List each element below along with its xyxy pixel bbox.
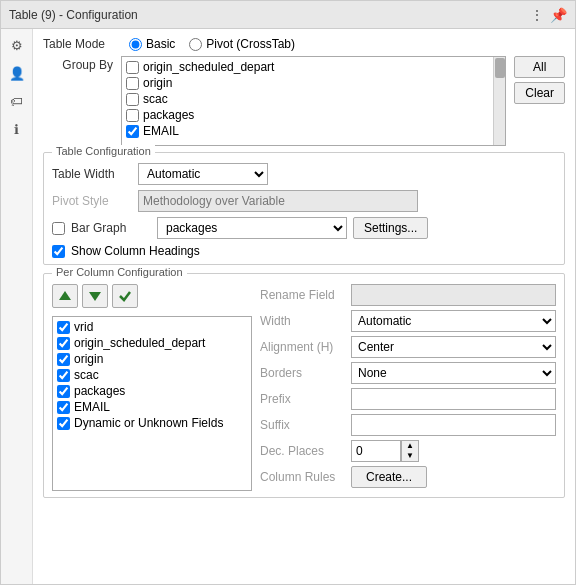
- group-by-check-2[interactable]: [126, 93, 139, 106]
- bargraph-checkbox[interactable]: [52, 222, 65, 235]
- width-select[interactable]: Automatic: [351, 310, 556, 332]
- borders-select[interactable]: None: [351, 362, 556, 384]
- group-by-item-3: packages: [124, 107, 503, 123]
- col-up-button[interactable]: [52, 284, 78, 308]
- pivot-radio[interactable]: [189, 38, 202, 51]
- col-field-check-4[interactable]: [57, 385, 70, 398]
- svg-marker-1: [89, 292, 101, 301]
- col-field-item-0: vrid: [55, 319, 249, 335]
- group-by-list-container[interactable]: origin_scheduled_depart origin scac: [121, 56, 506, 146]
- table-mode-radio-group: Basic Pivot (CrossTab): [129, 37, 295, 51]
- show-headings-label: Show Column Headings: [71, 244, 200, 258]
- col-field-item-6: Dynamic or Unknown Fields: [55, 415, 249, 431]
- borders-label: Borders: [260, 366, 345, 380]
- per-col-title: Per Column Configuration: [52, 266, 187, 278]
- user-sidebar-icon[interactable]: 👤: [7, 63, 27, 83]
- suffix-label: Suffix: [260, 418, 345, 432]
- prefix-input[interactable]: [351, 388, 556, 410]
- group-by-list: origin_scheduled_depart origin scac: [122, 57, 505, 141]
- col-list-area: vrid origin_scheduled_depart origin: [52, 284, 252, 491]
- titlebar-icons: ⋮ 📌: [530, 7, 567, 23]
- group-by-item-4: EMAIL: [124, 123, 503, 139]
- col-down-button[interactable]: [82, 284, 108, 308]
- alignment-select[interactable]: Center: [351, 336, 556, 358]
- group-by-label: Group By: [43, 56, 113, 72]
- table-width-select[interactable]: Automatic: [138, 163, 268, 185]
- bargraph-label: Bar Graph: [71, 221, 151, 235]
- svg-marker-0: [59, 291, 71, 300]
- col-field-check-1[interactable]: [57, 337, 70, 350]
- alignment-row: Alignment (H) Center: [260, 336, 556, 358]
- prefix-label: Prefix: [260, 392, 345, 406]
- tag-sidebar-icon[interactable]: 🏷: [7, 91, 27, 111]
- col-field-check-3[interactable]: [57, 369, 70, 382]
- prefix-row: Prefix: [260, 388, 556, 410]
- create-button[interactable]: Create...: [351, 466, 427, 488]
- menu-icon[interactable]: ⋮: [530, 7, 544, 23]
- col-field-check-2[interactable]: [57, 353, 70, 366]
- bargraph-row: Bar Graph packages Settings...: [52, 217, 556, 239]
- borders-row: Borders None: [260, 362, 556, 384]
- suffix-input[interactable]: [351, 414, 556, 436]
- settings-button[interactable]: Settings...: [353, 217, 428, 239]
- group-by-check-3[interactable]: [126, 109, 139, 122]
- left-sidebar: ⚙ 👤 🏷 ℹ: [1, 29, 33, 584]
- basic-radio[interactable]: [129, 38, 142, 51]
- clear-button[interactable]: Clear: [514, 82, 565, 104]
- table-mode-label: Table Mode: [43, 37, 123, 51]
- dec-places-spinner: ▲ ▼: [351, 440, 419, 462]
- col-arrow-buttons: [52, 284, 252, 308]
- basic-radio-label[interactable]: Basic: [129, 37, 175, 51]
- group-by-scrollbar-thumb: [495, 58, 505, 78]
- per-col-content: vrid origin_scheduled_depart origin: [52, 284, 556, 491]
- table-width-label: Table Width: [52, 167, 132, 181]
- rename-field-input[interactable]: [351, 284, 556, 306]
- col-field-check-6[interactable]: [57, 417, 70, 430]
- group-by-section: Group By origin_scheduled_depart origin: [43, 56, 565, 146]
- pivot-style-row: Pivot Style: [52, 190, 556, 212]
- gear-sidebar-icon[interactable]: ⚙: [7, 35, 27, 55]
- pin-icon[interactable]: 📌: [550, 7, 567, 23]
- pivot-style-input: [138, 190, 418, 212]
- col-field-item-1: origin_scheduled_depart: [55, 335, 249, 351]
- width-row: Width Automatic: [260, 310, 556, 332]
- col-field-list[interactable]: vrid origin_scheduled_depart origin: [52, 316, 252, 491]
- col-field-check-5[interactable]: [57, 401, 70, 414]
- content-area: Table Mode Basic Pivot (CrossTab) Group …: [33, 29, 575, 584]
- col-field-item-5: EMAIL: [55, 399, 249, 415]
- table-config-content: Table Width Automatic Pivot Style Bar Gr…: [52, 163, 556, 258]
- width-label: Width: [260, 314, 345, 328]
- spinner-up-button[interactable]: ▲: [402, 441, 418, 451]
- dec-places-row: Dec. Places ▲ ▼: [260, 440, 556, 462]
- table-mode-row: Table Mode Basic Pivot (CrossTab): [43, 37, 565, 51]
- alignment-label: Alignment (H): [260, 340, 345, 354]
- spinner-down-button[interactable]: ▼: [402, 451, 418, 461]
- basic-radio-text: Basic: [146, 37, 175, 51]
- rename-field-row: Rename Field: [260, 284, 556, 306]
- info-sidebar-icon[interactable]: ℹ: [7, 119, 27, 139]
- show-headings-row: Show Column Headings: [52, 244, 556, 258]
- col-field-item-3: scac: [55, 367, 249, 383]
- group-by-buttons: All Clear: [514, 56, 565, 104]
- dec-places-input[interactable]: [351, 440, 401, 462]
- dec-places-label: Dec. Places: [260, 444, 345, 458]
- show-headings-checkbox[interactable]: [52, 245, 65, 258]
- group-by-list-wrap: origin_scheduled_depart origin scac: [121, 56, 506, 146]
- group-by-check-1[interactable]: [126, 77, 139, 90]
- spinner-buttons: ▲ ▼: [401, 440, 419, 462]
- col-field-check-0[interactable]: [57, 321, 70, 334]
- col-field-item-2: origin: [55, 351, 249, 367]
- bargraph-select[interactable]: packages: [157, 217, 347, 239]
- main-content: ⚙ 👤 🏷 ℹ Table Mode Basic Pivot (CrossTab…: [1, 29, 575, 584]
- group-by-scrollbar: [493, 57, 505, 145]
- group-by-item-0: origin_scheduled_depart: [124, 59, 503, 75]
- all-button[interactable]: All: [514, 56, 565, 78]
- pivot-radio-label[interactable]: Pivot (CrossTab): [189, 37, 295, 51]
- pivot-style-label: Pivot Style: [52, 194, 132, 208]
- group-by-check-4[interactable]: [126, 125, 139, 138]
- right-form-area: Rename Field Width Automatic Alig: [260, 284, 556, 491]
- group-by-item-2: scac: [124, 91, 503, 107]
- col-check-button[interactable]: [112, 284, 138, 308]
- group-by-check-0[interactable]: [126, 61, 139, 74]
- table-width-row: Table Width Automatic: [52, 163, 556, 185]
